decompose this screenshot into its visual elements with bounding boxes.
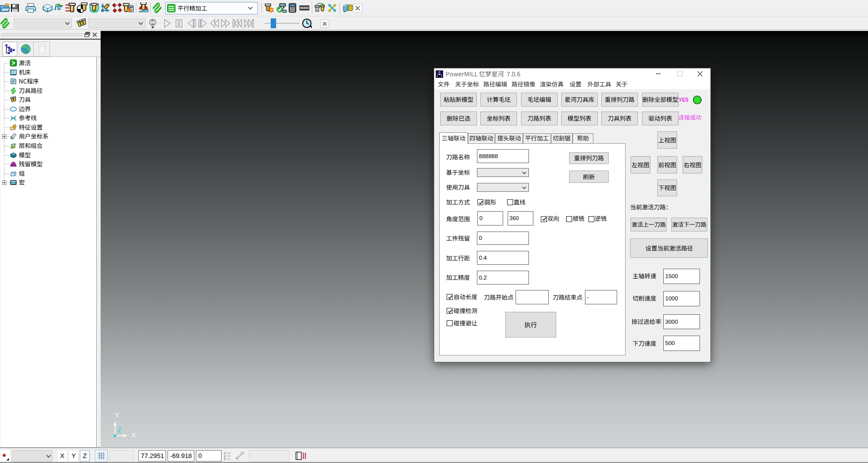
svg-text:X: X	[131, 431, 136, 439]
svg-text:Z: Z	[117, 426, 121, 434]
svg-text:Y: Y	[115, 411, 119, 419]
svg-text:z: z	[224, 457, 226, 460]
